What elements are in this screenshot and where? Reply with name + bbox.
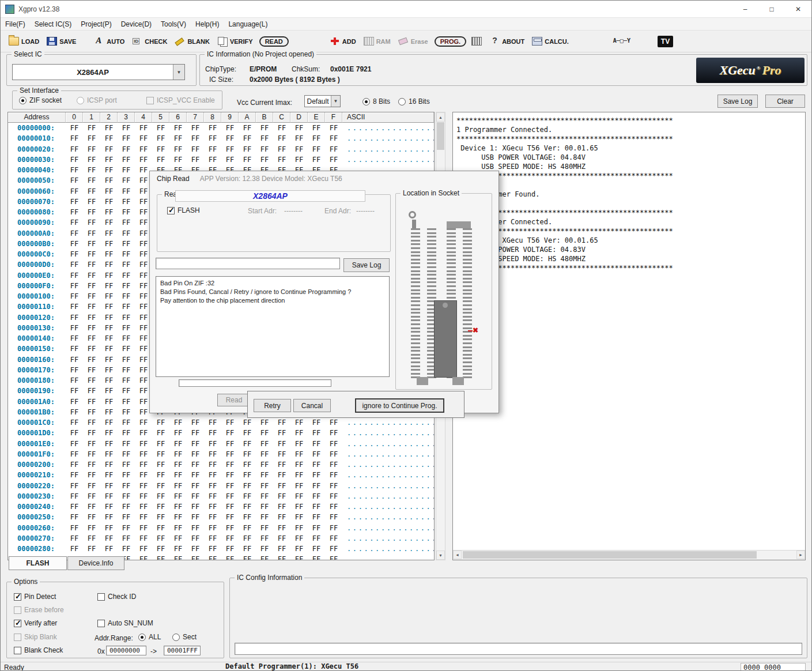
vcc-imax-select[interactable]: Default ▼	[304, 95, 341, 107]
hex-col-header: 6	[169, 112, 187, 123]
checkbox-icon	[14, 606, 21, 614]
retry-button[interactable]: Retry	[254, 399, 291, 412]
icsp-vcc-checkbox[interactable]: ICSP_VCC Enable	[146, 96, 215, 104]
chevron-down-icon[interactable]: ▼	[173, 65, 184, 80]
toolbar-load-button[interactable]: LOAD	[6, 35, 41, 47]
hex-row[interactable]: 00000280:FFFFFFFFFFFFFFFFFFFFFFFFFFFFFFF…	[8, 544, 434, 554]
toolbar-calcu-button[interactable]: CALCU.	[530, 35, 571, 47]
toolbar-save-button[interactable]: SAVE	[44, 35, 78, 47]
tab-device-info[interactable]: Device.Info	[67, 556, 124, 570]
hex-row[interactable]: 00000210:FFFFFFFFFFFFFFFFFFFFFFFFFFFFFFF…	[8, 470, 434, 480]
bits-8-radio[interactable]: 8 Bits	[362, 97, 390, 105]
hex-row[interactable]: 000001D0:FFFFFFFFFFFFFFFFFFFFFFFFFFFFFFF…	[8, 428, 434, 438]
ignore-continue-button[interactable]: ignore to Continue Prog.	[355, 398, 444, 413]
toolbar-ic-button[interactable]	[469, 35, 484, 47]
toolbar-add-button[interactable]: ADD	[327, 35, 358, 47]
toolbar-auto-button[interactable]: AUTO	[92, 35, 127, 47]
hex-row[interactable]: 00000270:FFFFFFFFFFFFFFFFFFFFFFFFFFFFFFF…	[8, 533, 434, 544]
addr-range-all-radio[interactable]: ALL	[138, 633, 161, 641]
blank-check-checkbox[interactable]: Blank Check	[14, 646, 63, 654]
hex-byte-cell: FF	[66, 165, 83, 175]
menu-item-languagel[interactable]: Language(L)	[224, 18, 272, 31]
scroll-left-icon[interactable]: ◄	[453, 551, 462, 559]
hex-byte-cell: FF	[100, 428, 118, 438]
dialog-message-line: Pay attention to the chip placement dire…	[160, 296, 385, 305]
save-log-button[interactable]: Save Log	[717, 95, 758, 108]
toolbar-prog-button[interactable]: PROG.	[435, 36, 466, 47]
check-id-checkbox[interactable]: Check ID	[97, 593, 136, 601]
toolbar-logic-button[interactable]	[611, 35, 637, 47]
menu-item-projectp[interactable]: Project(P)	[76, 18, 116, 31]
flash-range-checkbox[interactable]: FLASH	[167, 206, 200, 214]
toolbar-verify-button[interactable]: VERIFY	[215, 35, 255, 47]
hex-row[interactable]: 00000260:FFFFFFFFFFFFFFFFFFFFFFFFFFFFFFF…	[8, 523, 434, 533]
zif-socket-radio[interactable]: ZIF socket	[19, 96, 62, 104]
erase-before-checkbox[interactable]: Erase before	[14, 606, 64, 614]
hex-byte-cell: FF	[66, 270, 83, 281]
dialog-save-log-button[interactable]: Save Log	[343, 258, 390, 272]
pin-detect-checkbox[interactable]: Pin Detect	[14, 593, 56, 601]
hex-byte-cell: FF	[239, 154, 256, 165]
toolbar-add-label: ADD	[342, 38, 356, 45]
hex-byte-cell: FF	[325, 123, 342, 133]
hex-row[interactable]: 00000030:FFFFFFFFFFFFFFFFFFFFFFFFFFFFFFF…	[8, 154, 434, 165]
hex-byte-cell: FF	[118, 355, 135, 365]
hex-row[interactable]: 00000020:FFFFFFFFFFFFFFFFFFFFFFFFFFFFFFF…	[8, 144, 434, 154]
hex-row-address: 000001E0:	[8, 439, 66, 449]
hex-row[interactable]: 00000240:FFFFFFFFFFFFFFFFFFFFFFFFFFFFFFF…	[8, 502, 434, 512]
hex-byte-cell: FF	[83, 523, 100, 533]
minimize-icon[interactable]: –	[732, 1, 758, 17]
hex-row[interactable]: 00000000:FFFFFFFFFFFFFFFFFFFFFFFFFFFFFFF…	[8, 123, 434, 133]
cancel-button[interactable]: Cancal	[293, 399, 331, 412]
icsp-port-radio[interactable]: ICSP port	[77, 96, 117, 104]
addr-range-sect-radio[interactable]: Sect	[172, 633, 197, 641]
toolbar-tv-button[interactable]: TV	[655, 34, 675, 49]
hex-row[interactable]: 000001C0:FFFFFFFFFFFFFFFFFFFFFFFFFFFFFFF…	[8, 417, 434, 428]
tab-flash[interactable]: FLASH	[9, 556, 67, 570]
hex-byte-cell: FF	[187, 133, 204, 144]
verify-after-checkbox[interactable]: Verify after	[14, 619, 57, 627]
log-horizontal-scrollbar[interactable]: ◄ ►	[453, 550, 805, 560]
hex-row[interactable]: 00000250:FFFFFFFFFFFFFFFFFFFFFFFFFFFFFFF…	[8, 512, 434, 522]
chevron-down-icon[interactable]: ▼	[331, 96, 340, 107]
range-start-input[interactable]: 00000000	[106, 646, 146, 655]
hex-byte-cell: FF	[256, 144, 273, 154]
ic-select-combo[interactable]: X2864AP ▼	[12, 64, 185, 80]
scroll-right-icon[interactable]: ►	[796, 551, 805, 559]
toolbar-check-button[interactable]: CHECK	[130, 35, 169, 47]
hex-row[interactable]: 00000010:FFFFFFFFFFFFFFFFFFFFFFFFFFFFFFF…	[8, 133, 434, 144]
hex-row[interactable]: 00000200:FFFFFFFFFFFFFFFFFFFFFFFFFFFFFFF…	[8, 459, 434, 470]
toolbar-prog-label: PROG.	[440, 38, 460, 45]
log-line	[456, 180, 802, 190]
scrollbar-thumb[interactable]	[463, 551, 757, 559]
hex-row[interactable]: 000001F0:FFFFFFFFFFFFFFFFFFFFFFFFFFFFFFF…	[8, 449, 434, 459]
range-end-input[interactable]: 00001FFF	[164, 646, 201, 655]
hex-row[interactable]: 00000220:FFFFFFFFFFFFFFFFFFFFFFFFFFFFFFF…	[8, 481, 434, 491]
toolbar-blank-button[interactable]: BLANK	[172, 35, 212, 47]
toolbar-ram-button[interactable]: RAM	[361, 35, 393, 47]
bits-16-radio[interactable]: 16 Bits	[398, 97, 430, 105]
menu-item-helph[interactable]: Help(H)	[191, 18, 224, 31]
hex-ascii-cell: ................	[342, 439, 434, 449]
scroll-down-icon[interactable]: ▼	[436, 551, 445, 560]
dialog-title-bar[interactable]: Chip Read APP Version: 12.38 Device Mode…	[150, 171, 498, 186]
hex-byte-cell: FF	[100, 397, 118, 407]
scroll-up-icon[interactable]: ▲	[436, 112, 445, 122]
menu-item-deviced[interactable]: Device(D)	[116, 18, 156, 31]
skip-blank-checkbox[interactable]: Skip Blank	[14, 633, 57, 641]
close-icon[interactable]: ✕	[785, 1, 811, 17]
hex-byte-cell: FF	[204, 470, 221, 480]
toolbar-erase-button[interactable]: Erase	[396, 35, 430, 47]
clear-button[interactable]: Clear	[765, 95, 805, 108]
toolbar-read-button[interactable]: READ	[259, 36, 289, 47]
maximize-icon[interactable]: □	[758, 1, 785, 17]
scrollbar-thumb[interactable]	[437, 122, 444, 150]
menu-item-filef[interactable]: File(F)	[1, 18, 30, 31]
menu-item-selectics[interactable]: Select IC(S)	[30, 18, 77, 31]
hex-row[interactable]: 000001E0:FFFFFFFFFFFFFFFFFFFFFFFFFFFFFFF…	[8, 439, 434, 449]
auto-sn-num-checkbox[interactable]: Auto SN_NUM	[97, 619, 153, 627]
hex-row[interactable]: 00000230:FFFFFFFFFFFFFFFFFFFFFFFFFFFFFFF…	[8, 491, 434, 502]
menu-item-toolsv[interactable]: Tools(V)	[156, 18, 191, 31]
toolbar-about-button[interactable]: ABOUT	[487, 35, 527, 47]
read-button[interactable]: Read	[217, 394, 251, 406]
